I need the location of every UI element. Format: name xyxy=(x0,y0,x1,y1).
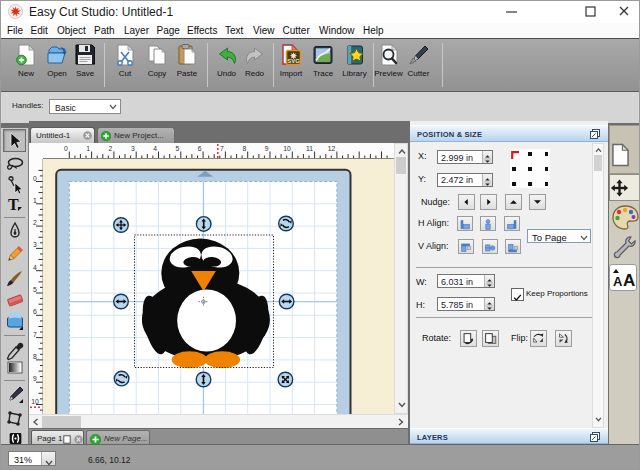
svg-text:T: T xyxy=(8,196,19,213)
svg-text:6: 6 xyxy=(198,145,202,152)
svg-text:2: 2 xyxy=(109,145,113,152)
svg-text:11: 11 xyxy=(306,145,313,152)
svg-text:10: 10 xyxy=(31,398,39,405)
svg-text:0: 0 xyxy=(64,145,68,152)
svg-text:9: 9 xyxy=(33,375,37,382)
svg-text:1: 1 xyxy=(86,145,90,152)
svg-text:10: 10 xyxy=(283,145,291,152)
svg-text:8: 8 xyxy=(33,353,37,360)
svg-text:6: 6 xyxy=(33,308,37,315)
svg-text:5: 5 xyxy=(176,145,180,152)
svg-text:4: 4 xyxy=(33,264,37,271)
svg-text:2: 2 xyxy=(33,219,37,226)
svg-text:3: 3 xyxy=(33,241,37,248)
svg-text:8: 8 xyxy=(242,145,246,152)
svg-text:SVG: SVG xyxy=(287,58,300,64)
svg-text:7: 7 xyxy=(220,145,224,152)
svg-text:9: 9 xyxy=(265,145,269,152)
svg-text:1: 1 xyxy=(33,197,37,204)
svg-text:7: 7 xyxy=(33,331,37,338)
svg-text:0: 0 xyxy=(33,175,37,182)
svg-text:12: 12 xyxy=(328,145,336,152)
svg-text:4: 4 xyxy=(153,145,157,152)
svg-text:A: A xyxy=(623,271,635,290)
svg-text:5: 5 xyxy=(33,286,37,293)
svg-text:3: 3 xyxy=(131,145,135,152)
svg-text:A: A xyxy=(613,274,623,289)
